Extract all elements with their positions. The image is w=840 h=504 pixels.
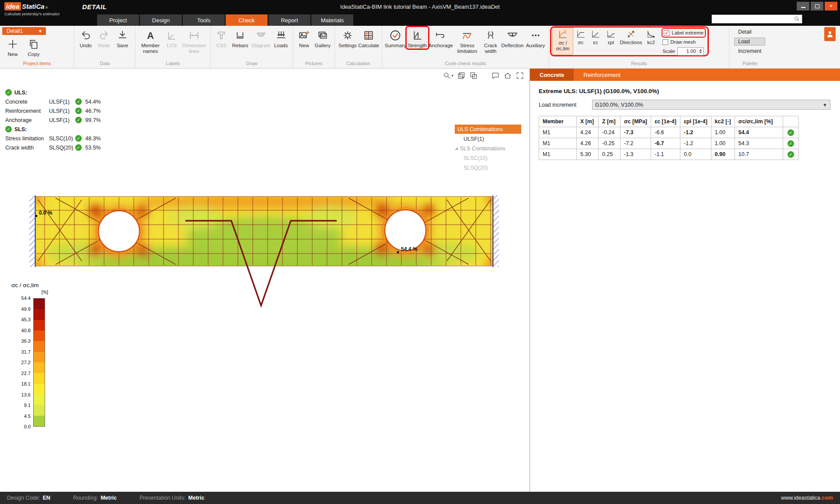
calculator-icon <box>363 28 374 43</box>
eps-c-result-button[interactable]: εc <box>588 28 603 55</box>
legend-segment <box>34 341 45 351</box>
website-link[interactable]: www.ideastatica.com <box>781 495 833 501</box>
maximize-button[interactable] <box>811 2 823 10</box>
summary-row-reinforcement: ReinforcementULSF(1)46.7% <box>5 106 101 115</box>
scale-spinner[interactable]: 1.00 <box>677 47 704 56</box>
tree-item-slsq20[interactable]: SLSQ(20) <box>455 163 521 172</box>
gallery-button[interactable]: Gallery <box>313 27 332 49</box>
rebars-button[interactable]: Rebars <box>230 27 251 49</box>
palette-detail-button[interactable]: Detail <box>734 28 765 36</box>
check-summary: ULS: ConcreteULSF(1)54.4% ReinforcementU… <box>5 88 101 152</box>
sigma-c-result-button[interactable]: σc <box>573 28 588 55</box>
table-cell: 1.00 <box>711 138 735 149</box>
lcs-button[interactable]: LCS <box>163 27 181 49</box>
save-button[interactable]: Save <box>113 27 132 49</box>
detail-selector[interactable]: Detail1▾ <box>2 27 46 35</box>
draw-mesh-option[interactable]: Draw mesh <box>662 38 705 46</box>
model-canvas[interactable]: ▾ ULS: ConcreteULSF(1)54.4% Reinforcemen… <box>0 69 530 492</box>
directions-result-button[interactable]: Directions <box>619 28 643 55</box>
legend-segment <box>34 330 45 341</box>
settings-button[interactable]: Settings <box>337 27 358 49</box>
tree-item-sls-combinations[interactable]: SLS Combinations <box>455 144 521 153</box>
table-row[interactable]: M14.24-0.24-7.3-6.6-1.21.0054.4 <box>539 127 799 138</box>
table-row[interactable]: M14.26-0.25-7.2-6.7-1.21.0054.3 <box>539 138 799 149</box>
summary-row-crack-width: Crack widthSLSQ(20)53.5% <box>5 143 101 152</box>
member-names-button[interactable]: A Member names <box>138 27 163 54</box>
strength-check-button[interactable]: Strength <box>407 27 428 49</box>
diagram-button[interactable]: Diagram <box>251 27 272 49</box>
svg-text:%: % <box>564 30 566 33</box>
zoom-tool-icon[interactable]: ▾ <box>443 71 453 80</box>
tab-materials[interactable]: Materials <box>311 14 353 26</box>
eps-pl-result-button[interactable]: εpl <box>603 28 619 55</box>
label-extreme-option[interactable]: ✓ Label extreme <box>662 29 705 37</box>
check-ok-icon <box>75 108 82 114</box>
tab-project[interactable]: Project <box>97 14 139 26</box>
palette-increment-button[interactable]: Increment <box>734 47 765 55</box>
tree-item-uls-combinations[interactable]: ULS Combinations <box>455 125 521 134</box>
crack-width-check-button[interactable]: Crack width <box>481 27 501 54</box>
tooltip-icon[interactable] <box>491 71 500 80</box>
view-projection-icon[interactable] <box>457 71 466 80</box>
member-names-icon: A <box>145 28 156 43</box>
legend-segment <box>34 384 45 394</box>
stress-limitation-check-button[interactable]: Stress limitation <box>453 27 481 54</box>
loads-button[interactable]: Loads <box>272 27 290 49</box>
kc2-result-button[interactable]: kc2 <box>643 28 659 55</box>
legend-tick: 54.4 <box>11 295 31 301</box>
label-extreme-checkbox[interactable]: ✓ <box>664 30 669 36</box>
new-project-item-button[interactable]: New <box>2 36 23 57</box>
strength-icon <box>411 28 423 43</box>
legend-segment <box>34 405 45 415</box>
undo-button[interactable]: Undo <box>77 27 95 49</box>
beam-result-view[interactable]: 0.0 % 54.4 % <box>29 195 499 340</box>
opening-left <box>98 211 139 252</box>
zoom-all-icon[interactable] <box>516 71 524 80</box>
calculate-button[interactable]: Calculate <box>358 27 380 49</box>
tab-check[interactable]: Check <box>226 14 268 26</box>
css-button[interactable]: CSS <box>213 27 230 49</box>
copy-icon <box>28 37 39 52</box>
legend-tick: 40.8 <box>11 328 31 333</box>
view-manager-icon[interactable] <box>469 71 478 80</box>
eps-pl-icon <box>606 28 616 40</box>
home-view-icon[interactable] <box>503 71 512 80</box>
sigma-ratio-result-button[interactable]: % σc / σc,lim <box>552 28 573 55</box>
license-icon[interactable] <box>824 27 836 41</box>
close-button[interactable]: × <box>825 2 837 10</box>
rebars-icon <box>234 28 246 43</box>
spinner-down-icon[interactable] <box>699 52 702 53</box>
tab-design[interactable]: Design <box>140 14 182 26</box>
deflection-check-button[interactable]: Deflection <box>501 27 525 49</box>
anchorage-check-button[interactable]: Anchorage <box>428 27 454 49</box>
palette-load-button[interactable]: Load <box>734 38 765 45</box>
copy-project-item-button[interactable]: Copy <box>23 36 44 57</box>
diagram-icon <box>255 28 267 43</box>
legend-tick: 31.7 <box>11 349 31 355</box>
tab-report[interactable]: Report <box>268 14 310 26</box>
status-bar: Design Code:EN Rounding:Metric Presentat… <box>0 492 840 504</box>
tab-tools[interactable]: Tools <box>183 14 225 26</box>
summary-check-button[interactable]: Summary <box>384 27 407 49</box>
auxiliary-check-button[interactable]: Auxiliary <box>524 27 547 49</box>
tree-item-slsc10[interactable]: SLSC(10) <box>455 153 521 163</box>
row-status-cell <box>783 138 798 149</box>
dimension-lines-button[interactable]: Dimension lines <box>181 27 208 54</box>
load-increment-select[interactable]: G100.0%, V100.0% ▼ <box>592 100 830 110</box>
minimize-button[interactable] <box>797 2 809 10</box>
draw-mesh-checkbox[interactable] <box>662 39 668 45</box>
table-row[interactable]: M15.300.25-1.3-1.10.00.9010.7 <box>539 149 799 160</box>
table-cell: -0.24 <box>599 127 620 138</box>
tab-concrete[interactable]: Concrete <box>530 69 574 81</box>
rounding-label: Rounding: <box>73 495 98 501</box>
search-input[interactable] <box>712 16 794 22</box>
legend-segment <box>34 299 45 309</box>
legend-segment <box>34 394 45 405</box>
picture-new-button[interactable]: New <box>295 27 313 49</box>
tree-item-ulsf1[interactable]: ULSF(1) <box>455 134 521 143</box>
tab-reinforcement[interactable]: Reinforcement <box>574 69 630 81</box>
gear-icon <box>342 28 353 43</box>
spinner-up-icon[interactable] <box>699 49 702 51</box>
redo-button[interactable]: Redo <box>95 27 113 49</box>
support-hatch-right <box>493 195 499 267</box>
